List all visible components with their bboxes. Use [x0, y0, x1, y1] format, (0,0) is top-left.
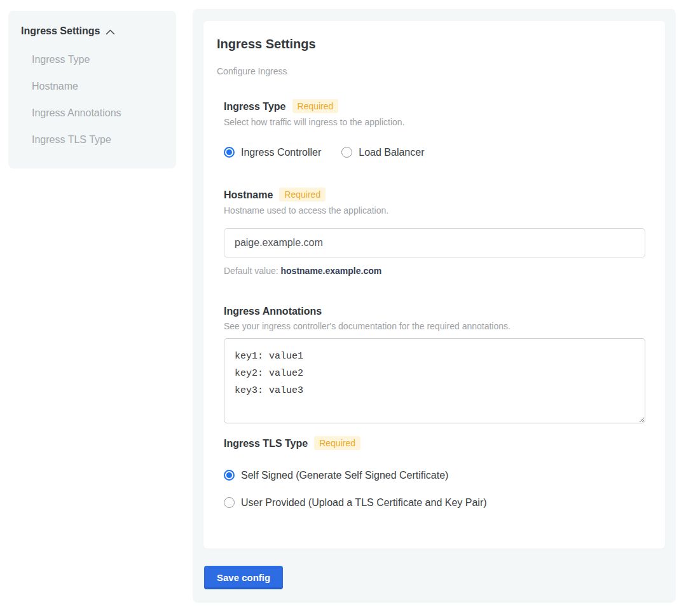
- config-groups: Ingress Type Required Select how traffic…: [224, 99, 645, 509]
- radio-button-icon[interactable]: [341, 147, 352, 158]
- radio-label: Load Balancer: [359, 146, 424, 158]
- default-value-text: hostname.example.com: [281, 266, 382, 276]
- sidebar-item-list: Ingress Type Hostname Ingress Annotation…: [32, 54, 163, 146]
- config-group-ingress-tls-type: Ingress TLS Type Required Self Signed (G…: [224, 436, 645, 509]
- hostname-default-hint: Default value: hostname.example.com: [224, 266, 645, 276]
- required-badge: Required: [292, 99, 339, 113]
- radio-label: Ingress Controller: [241, 146, 321, 158]
- annotations-label: Ingress Annotations: [224, 305, 322, 317]
- sidebar-group-label: Ingress Settings: [21, 24, 100, 39]
- radio-option-load-balancer[interactable]: Load Balancer: [341, 146, 424, 158]
- radio-option-user-provided[interactable]: User Provided (Upload a TLS Certificate …: [224, 496, 645, 509]
- hostname-input[interactable]: [224, 228, 645, 257]
- default-value-label: Default value:: [224, 266, 278, 276]
- config-nav-sidebar: Ingress Settings Ingress Type Hostname I…: [8, 11, 176, 168]
- config-panel: Ingress Settings Configure Ingress Ingre…: [193, 9, 676, 603]
- chevron-up-icon: [106, 29, 115, 35]
- radio-button-icon[interactable]: [224, 470, 235, 481]
- radio-label: User Provided (Upload a TLS Certificate …: [241, 496, 487, 509]
- tls-type-label: Ingress TLS Type: [224, 437, 308, 449]
- sidebar-item-ingress-annotations[interactable]: Ingress Annotations: [32, 107, 163, 119]
- config-group-hostname: Hostname Required Hostname used to acces…: [224, 188, 645, 276]
- card-subtitle: Configure Ingress: [217, 66, 645, 76]
- config-card: Ingress Settings Configure Ingress Ingre…: [203, 21, 665, 549]
- tls-type-radio-group: Self Signed (Generate Self Signed Certif…: [224, 469, 645, 509]
- hostname-description: Hostname used to access the application.: [224, 205, 645, 216]
- sidebar-item-ingress-tls-type[interactable]: Ingress TLS Type: [32, 134, 163, 146]
- card-title: Ingress Settings: [217, 36, 645, 51]
- ingress-type-label: Ingress Type: [224, 100, 286, 113]
- radio-button-icon[interactable]: [224, 497, 235, 508]
- sidebar-item-hostname[interactable]: Hostname: [32, 81, 163, 92]
- ingress-type-radio-group: Ingress Controller Load Balancer: [224, 146, 645, 158]
- ingress-type-description: Select how traffic will ingress to the a…: [224, 117, 645, 127]
- annotations-textarea[interactable]: key1: value1 key2: value2 key3: value3: [224, 338, 645, 423]
- radio-option-ingress-controller[interactable]: Ingress Controller: [224, 146, 321, 158]
- required-badge: Required: [279, 188, 326, 202]
- radio-button-icon[interactable]: [224, 147, 235, 158]
- radio-label: Self Signed (Generate Self Signed Certif…: [241, 469, 448, 481]
- sidebar-group-ingress-settings[interactable]: Ingress Settings: [21, 24, 163, 39]
- required-badge: Required: [314, 436, 360, 450]
- save-config-button[interactable]: Save config: [204, 566, 283, 589]
- radio-option-self-signed[interactable]: Self Signed (Generate Self Signed Certif…: [224, 469, 645, 481]
- sidebar-item-ingress-type[interactable]: Ingress Type: [32, 54, 163, 65]
- hostname-label: Hostname: [224, 189, 273, 201]
- config-group-ingress-annotations: Ingress Annotations See your ingress con…: [224, 305, 645, 423]
- config-group-ingress-type: Ingress Type Required Select how traffic…: [224, 99, 645, 158]
- annotations-description: See your ingress controller's documentat…: [224, 321, 645, 331]
